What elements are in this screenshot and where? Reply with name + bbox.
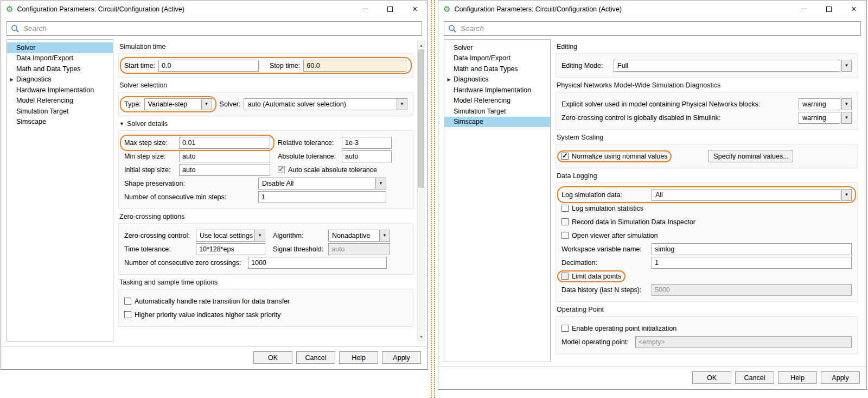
initial-step-size-input[interactable] [179,164,270,176]
sidebar-item-label: Data Import/Export [454,54,510,62]
normalize-checkbox[interactable] [561,153,569,160]
help-button[interactable]: Help [778,371,817,384]
minimize-button[interactable] [792,1,816,17]
sidebar-item-solver[interactable]: Solver [7,42,113,53]
stop-time-input[interactable] [303,60,406,72]
apply-button[interactable]: Apply [821,371,860,384]
relative-tolerance-input[interactable] [342,137,392,149]
sidebar-item-math-and-data-types[interactable]: Math and Data Types [7,64,113,74]
search-bar[interactable] [444,21,861,36]
type-dropdown[interactable]: Variable-step▼ [144,98,212,110]
search-input[interactable] [461,24,857,33]
chevron-right-icon[interactable]: ▶ [7,77,16,82]
minimize-icon [362,9,368,9]
open-viewer-checkbox[interactable] [561,232,569,239]
time-tolerance-input[interactable] [196,243,265,255]
record-data-checkbox[interactable] [561,218,569,225]
log-simulation-data-dropdown[interactable]: All▼ [652,189,852,201]
help-button[interactable]: Help [339,351,378,364]
titlebar[interactable]: ⚙ Configuration Parameters: Circuit/Conf… [438,1,866,17]
enable-operating-point-checkbox[interactable] [561,325,569,332]
category-sidebar: Solver Data Import/Export Math and Data … [7,39,113,342]
max-step-size-input[interactable] [179,137,270,149]
sidebar-item-hardware-implementation[interactable]: Hardware Implementation [7,85,113,96]
sidebar-item-hardware-implementation[interactable]: Hardware Implementation [444,85,550,96]
chevron-down-icon[interactable]: ▼ [119,121,124,127]
sidebar-item-diagnostics[interactable]: ▶Diagnostics [444,74,550,85]
titlebar[interactable]: ⚙ Configuration Parameters: Circuit/Conf… [1,1,427,17]
dropdown-value: Nonadaptive [328,230,380,242]
data-history-label: Data history (last N steps): [561,286,648,294]
group-panel: Start time: Stop time: [118,53,413,78]
chevron-down-icon[interactable]: ▼ [397,98,407,110]
start-time-input[interactable] [158,60,259,72]
rate-transition-checkbox[interactable] [124,298,131,305]
sidebar-item-simulation-target[interactable]: Simulation Target [444,106,550,117]
record-data-row: Record data in Simulation Data Inspector [561,216,852,228]
scroll-down-icon[interactable]: ▼ [418,333,425,340]
solver-label: Solver: [220,100,241,108]
maximize-button[interactable] [816,1,841,17]
zero-crossing-control-dropdown[interactable]: Use local settings▼ [196,230,265,242]
chevron-down-icon[interactable]: ▼ [841,98,852,110]
section-title-collapsible[interactable]: ▼Solver details [119,120,413,128]
ok-button[interactable]: OK [253,351,292,364]
sidebar-item-model-referencing[interactable]: Model Referencing [444,96,550,106]
editing-mode-dropdown[interactable]: Full▼ [614,60,852,72]
section-title: Solver details [127,120,168,128]
chevron-down-icon[interactable]: ▼ [376,178,386,189]
zero-crossing-disabled-dropdown[interactable]: warning▼ [799,112,852,124]
close-button[interactable]: × [403,1,427,17]
ok-button[interactable]: OK [692,371,731,384]
sidebar-item-label: Simulation Target [16,108,68,115]
min-step-size-label: Min step size: [124,153,176,160]
sidebar-item-label: Math and Data Types [16,65,81,73]
minimize-button[interactable] [353,1,378,17]
sidebar-item-simscape[interactable]: Simscape [7,117,113,128]
chevron-down-icon[interactable]: ▼ [202,98,212,110]
shape-preservation-dropdown[interactable]: Disable All▼ [258,178,386,189]
sidebar-item-data-import-export[interactable]: Data Import/Export [7,53,113,64]
data-history-row: Data history (last N steps): [561,283,852,296]
decimation-input[interactable] [652,257,852,269]
dropdown-value: warning [799,112,840,124]
explicit-solver-dropdown[interactable]: warning▼ [799,98,852,110]
apply-button[interactable]: Apply [382,351,421,364]
chevron-down-icon[interactable]: ▼ [255,230,265,242]
cancel-button[interactable]: Cancel [296,351,335,364]
sidebar-item-math-and-data-types[interactable]: Math and Data Types [444,64,550,74]
sidebar-item-solver[interactable]: Solver [444,42,550,53]
chevron-right-icon[interactable]: ▶ [444,77,454,82]
maximize-button[interactable] [378,1,403,17]
search-input[interactable] [23,24,418,33]
maximize-icon [387,7,393,12]
higher-priority-checkbox[interactable] [124,311,131,318]
search-bar[interactable] [7,21,422,36]
log-statistics-checkbox[interactable] [561,205,569,212]
section-data-logging: Data Logging Log simulation data: All▼ L… [556,172,858,302]
consecutive-min-steps-input[interactable] [258,191,386,203]
absolute-tolerance-input[interactable] [342,150,392,162]
workspace-variable-input[interactable] [652,243,852,255]
sidebar-item-data-import-export[interactable]: Data Import/Export [444,53,550,64]
sidebar-item-simscape[interactable]: Simscape [444,117,550,128]
sidebar-item-model-referencing[interactable]: Model Referencing [7,96,113,106]
sidebar-item-simulation-target[interactable]: Simulation Target [7,106,113,117]
scrollbar-thumb[interactable] [418,49,424,188]
cancel-button[interactable]: Cancel [735,371,774,384]
vertical-scrollbar[interactable]: ▲ ▼ [417,41,425,341]
close-button[interactable]: × [841,1,866,17]
scroll-up-icon[interactable]: ▲ [418,41,425,49]
limit-data-points-checkbox[interactable] [561,273,569,280]
solver-dropdown[interactable]: auto (Automatic solver selection)▼ [244,98,407,110]
chevron-down-icon[interactable]: ▼ [841,189,852,201]
sidebar-item-diagnostics[interactable]: ▶Diagnostics [7,74,113,85]
min-step-size-input[interactable] [179,150,270,162]
chevron-down-icon[interactable]: ▼ [841,112,852,124]
chevron-down-icon[interactable]: ▼ [380,230,390,242]
chevron-down-icon[interactable]: ▼ [841,60,852,72]
algorithm-dropdown[interactable]: Nonadaptive▼ [328,230,390,242]
consecutive-zero-crossings-input[interactable] [248,257,387,269]
specify-nominal-values-button[interactable]: Specify nominal values... [709,150,793,162]
auto-scale-checkbox [278,166,285,173]
